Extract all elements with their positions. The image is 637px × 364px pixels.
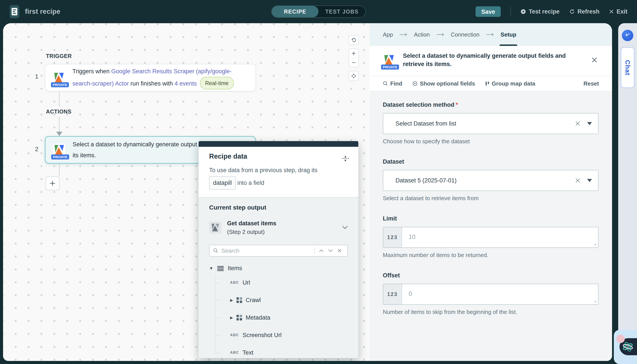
number-type-prefix: 123 bbox=[383, 227, 402, 248]
recipe-data-popup: Recipe data ▲ ▼ To use data from a previ… bbox=[198, 141, 358, 358]
setup-breadcrumb: App Action Connection Setup bbox=[370, 23, 612, 46]
datapill-crawl[interactable]: ▶ Crawl bbox=[230, 292, 348, 309]
datapill-screenshot-url[interactable]: ABC Screenshot Url bbox=[230, 326, 348, 344]
find-button[interactable]: Find bbox=[383, 80, 402, 87]
field-dataset: Dataset Dataset 5 (2025-07-01) Select a … bbox=[383, 158, 598, 202]
object-type-icon bbox=[236, 315, 242, 320]
refresh-icon bbox=[569, 9, 575, 14]
datapill-url[interactable]: ABC Url bbox=[230, 274, 348, 292]
field-label: Offset bbox=[383, 272, 598, 279]
apify-app-icon: PRIVATE bbox=[53, 72, 66, 84]
field-help: Select a dataset to retrieve items from bbox=[383, 195, 598, 202]
output-data-tree: ▼ Items ABC Url ▶ Crawl bbox=[209, 265, 348, 358]
dataset-selection-method-select[interactable]: Select Dataset from list bbox=[383, 113, 598, 134]
refresh-button[interactable]: Refresh bbox=[569, 8, 600, 15]
apify-app-icon: PRIVATE bbox=[53, 144, 66, 156]
breadcrumb-setup[interactable]: Setup bbox=[500, 23, 516, 46]
canvas-controls bbox=[349, 35, 359, 81]
close-panel-icon[interactable] bbox=[590, 55, 599, 64]
dropdown-caret-icon[interactable] bbox=[587, 179, 592, 182]
search-icon bbox=[383, 81, 388, 86]
arrow-right-icon bbox=[436, 33, 444, 36]
datapill-metadata[interactable]: ▶ Metadata bbox=[230, 309, 348, 326]
private-badge: PRIVATE bbox=[51, 154, 69, 160]
breadcrumb-action[interactable]: Action bbox=[414, 23, 430, 46]
clear-icon[interactable] bbox=[575, 178, 580, 183]
apify-app-icon-gray bbox=[209, 222, 222, 234]
events-link[interactable]: 4 events bbox=[174, 80, 197, 87]
group-map-data-button[interactable]: Group map data bbox=[485, 80, 535, 87]
popup-description: To use data from a previous step, drag i… bbox=[209, 164, 334, 190]
datapill-chip[interactable]: datapill bbox=[209, 176, 236, 190]
panel-body: Dataset selection method* Select Dataset… bbox=[370, 92, 612, 361]
trigger-step-text: Triggers when Google Search Results Scra… bbox=[72, 66, 248, 90]
top-bar: first recipe RECIPE TEST JOBS Save Test … bbox=[0, 0, 637, 23]
step-output-row[interactable]: Get dataset items (Step 2 output) bbox=[209, 219, 348, 236]
search-clear-icon[interactable] bbox=[335, 247, 344, 254]
connector-line bbox=[59, 92, 60, 106]
trigger-step-card[interactable]: PRIVATE Triggers when Google Search Resu… bbox=[45, 64, 256, 92]
caret-right-icon[interactable]: ▶ bbox=[230, 298, 233, 302]
text-type-icon: ABC bbox=[230, 281, 239, 284]
chevron-down-icon[interactable] bbox=[342, 226, 348, 229]
select-value: Select Dataset from list bbox=[396, 120, 456, 127]
field-dataset-selection-method: Dataset selection method* Select Dataset… bbox=[383, 102, 598, 145]
tree-root-items[interactable]: ▼ Items bbox=[209, 265, 348, 272]
reset-view-button[interactable] bbox=[349, 35, 359, 45]
play-circle-icon bbox=[520, 9, 526, 14]
panel-title-row: PRIVATE Select a dataset to dynamically … bbox=[370, 46, 612, 76]
search-input[interactable] bbox=[222, 248, 312, 254]
breadcrumb-app[interactable]: App bbox=[383, 23, 393, 46]
show-optional-fields-button[interactable]: Show optional fields bbox=[412, 80, 475, 87]
pan-mode-button[interactable] bbox=[349, 71, 359, 81]
zoom-in-button[interactable] bbox=[349, 49, 358, 58]
step-setup-panel: App Action Connection Setup PRIVATE Sele… bbox=[370, 23, 612, 361]
limit-input[interactable]: 10 bbox=[402, 227, 598, 248]
search-icon bbox=[213, 248, 218, 253]
recipe-canvas[interactable]: TRIGGER 1 PRIVATE Triggers when Google S… bbox=[3, 23, 370, 361]
arrow-right-icon bbox=[400, 33, 407, 36]
step1-number: 1 bbox=[35, 73, 38, 80]
reset-button[interactable]: Reset bbox=[584, 80, 599, 87]
output-name: Get dataset items bbox=[227, 219, 276, 228]
notification-dot bbox=[616, 335, 625, 343]
popup-title: Recipe data bbox=[209, 152, 348, 160]
tree-children: ABC Url ▶ Crawl ▶ Metadata bbox=[230, 274, 348, 358]
devtools-widget[interactable] bbox=[614, 330, 637, 364]
save-button[interactable]: Save bbox=[476, 6, 501, 17]
connector-line bbox=[59, 117, 60, 132]
search-prev-icon[interactable] bbox=[317, 248, 326, 254]
number-type-prefix: 123 bbox=[383, 284, 402, 304]
popup-body: Current step output Get dataset items (S… bbox=[198, 197, 358, 358]
datapill-text[interactable]: ABC Text bbox=[230, 344, 348, 358]
caret-down-icon[interactable]: ▼ bbox=[209, 266, 213, 271]
chat-tab-button[interactable]: Chat bbox=[621, 47, 634, 88]
dataset-select[interactable]: Dataset 5 (2025-07-01) bbox=[383, 170, 598, 191]
tab-test-jobs[interactable]: TEST JOBS bbox=[318, 6, 365, 17]
exit-button[interactable]: Exit bbox=[609, 8, 628, 15]
private-badge: PRIVATE bbox=[51, 82, 69, 87]
output-subtitle: (Step 2 output) bbox=[227, 228, 276, 236]
copilot-sparkle-icon[interactable] bbox=[622, 30, 633, 41]
breadcrumb-connection[interactable]: Connection bbox=[451, 23, 480, 46]
clear-icon[interactable] bbox=[575, 121, 580, 126]
popup-resize-handle[interactable]: ▲ ▼ bbox=[342, 155, 349, 162]
panel-step-title: Select a dataset to dynamically generate… bbox=[403, 52, 583, 68]
required-marker: * bbox=[456, 102, 458, 108]
add-step-button[interactable] bbox=[46, 176, 60, 190]
zoom-out-button[interactable] bbox=[349, 58, 358, 67]
private-badge: PRIVATE bbox=[381, 64, 399, 70]
search-next-icon[interactable] bbox=[326, 248, 335, 254]
popup-drag-bar[interactable] bbox=[198, 141, 358, 147]
tab-recipe[interactable]: RECIPE bbox=[272, 6, 318, 17]
test-recipe-button[interactable]: Test recipe bbox=[520, 8, 560, 15]
current-step-output-title: Current step output bbox=[209, 204, 348, 211]
recipe-title: first recipe bbox=[25, 8, 60, 16]
main-container: TRIGGER 1 PRIVATE Triggers when Google S… bbox=[3, 23, 612, 361]
caret-right-icon[interactable]: ▶ bbox=[230, 316, 233, 320]
field-label: Dataset selection method bbox=[383, 102, 454, 108]
offset-input[interactable]: 0 bbox=[402, 284, 598, 304]
list-icon bbox=[217, 266, 224, 271]
dropdown-caret-icon[interactable] bbox=[587, 122, 592, 125]
field-label: Dataset bbox=[383, 158, 598, 165]
